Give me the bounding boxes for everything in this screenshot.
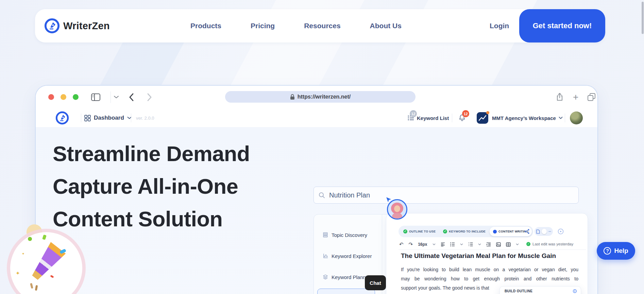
editor-steps: ✓ OUTLINE TO USE ✓ KEYWORD TO INCLUDE CO… <box>399 226 533 237</box>
popper-cone <box>27 242 66 284</box>
article-line: If you're looking to build lean muscle o… <box>401 267 578 274</box>
document-icon <box>536 229 540 234</box>
chat-tooltip: Chat <box>365 275 386 290</box>
topic-discovery-icon <box>323 232 328 238</box>
chevron-down-icon[interactable] <box>478 243 481 245</box>
keyword-list-label: Keyword List <box>417 115 449 121</box>
help-button[interactable]: ? Help <box>597 242 635 260</box>
document-toggle[interactable] <box>535 227 553 236</box>
sidebar-item-keyword-explorer[interactable]: Keyword Explorer <box>314 249 382 263</box>
confetti-star: ✦ <box>22 252 24 256</box>
active-dot-icon <box>493 230 497 234</box>
search-input[interactable] <box>328 191 534 200</box>
page-scrollbar[interactable] <box>642 2 644 34</box>
forward-arrow-icon[interactable] <box>147 93 152 102</box>
keyword-list-count-badge: 12 <box>410 110 417 117</box>
hero-title-line-1: Streamline Demand <box>53 141 250 166</box>
nav-links: Products Pricing Resources About Us <box>190 9 402 42</box>
step-keyword-to-include[interactable]: ✓ KEYWORD TO INCLUDE <box>440 227 489 236</box>
divider <box>131 114 131 122</box>
numbered-list-icon[interactable] <box>468 242 473 246</box>
question-mark-icon: ? <box>604 247 611 255</box>
align-icon[interactable] <box>441 242 445 246</box>
more-options-icon[interactable] <box>558 228 564 235</box>
workspace-menu[interactable]: MMT Agency’s Workspace <box>492 109 563 127</box>
hero-description: Every tool you need to rank in Google in… <box>53 291 309 294</box>
confetti-star: ✦ <box>16 270 20 276</box>
hero-title-line-2: Capture All-in-One <box>53 174 238 198</box>
chevron-down-icon[interactable] <box>460 243 463 245</box>
get-started-button[interactable]: Get started now! <box>519 9 605 42</box>
workspace-name: MMT Agency’s Workspace <box>492 115 556 121</box>
nav-link-products[interactable]: Products <box>190 22 221 30</box>
zoom-window-button[interactable] <box>73 94 79 100</box>
version-label: ver. 2.0.0 <box>136 109 154 127</box>
divider <box>565 114 565 122</box>
indent-icon[interactable] <box>486 242 491 246</box>
sidebar-toggle-icon[interactable] <box>91 93 100 101</box>
demo-search-bar[interactable] <box>313 187 579 204</box>
tab-overview-icon[interactable] <box>587 93 596 101</box>
step-outline-to-use[interactable]: ✓ OUTLINE TO USE <box>400 227 439 236</box>
chevron-down-icon[interactable] <box>433 243 436 245</box>
nav-link-about[interactable]: About Us <box>370 22 402 30</box>
browser-chrome: https://writerzen.net/ + <box>36 86 597 109</box>
image-icon[interactable] <box>496 242 501 247</box>
nav-link-pricing[interactable]: Pricing <box>251 22 275 30</box>
outline-title: BUILD OUTLINE <box>505 289 532 293</box>
redo-button[interactable]: ↷ <box>409 241 413 247</box>
article-title: The Ultimate Vegetarian Meal Plan for Mu… <box>401 252 556 260</box>
workspace-status-dot <box>486 111 489 114</box>
notification-count-badge: 12 <box>462 110 469 117</box>
toggle-knob <box>542 229 547 234</box>
back-arrow-icon[interactable] <box>129 93 134 102</box>
url-bar[interactable]: https://writerzen.net/ <box>225 91 416 103</box>
chevron-down-icon <box>559 117 563 119</box>
search-icon <box>319 192 325 198</box>
chevron-down-icon[interactable] <box>114 96 119 99</box>
nav-link-resources[interactable]: Resources <box>304 22 340 30</box>
sidebar-item-topic-discovery[interactable]: Topic Discovery <box>314 228 382 242</box>
keyword-planner-icon <box>323 274 328 280</box>
grid-icon <box>84 115 91 121</box>
url-text: https://writerzen.net/ <box>298 94 351 100</box>
minimize-window-button[interactable] <box>61 94 66 100</box>
dashboard-label: Dashboard <box>94 115 124 121</box>
confetti-piece <box>42 235 47 240</box>
popper-stick <box>30 283 33 289</box>
info-icon[interactable] <box>573 289 577 293</box>
share-nodes-icon[interactable] <box>524 229 530 234</box>
share-icon[interactable] <box>556 92 563 101</box>
divider <box>452 114 452 122</box>
dashboard-menu[interactable]: Dashboard <box>84 109 132 127</box>
login-link[interactable]: Login <box>490 9 509 42</box>
divider <box>81 114 81 122</box>
top-navbar: WriterZen Products Pricing Resources Abo… <box>35 9 605 42</box>
brand-logo[interactable]: WriterZen <box>44 9 110 42</box>
user-avatar[interactable] <box>570 111 583 124</box>
divider <box>111 91 111 103</box>
app-logo[interactable] <box>55 109 69 127</box>
confetti-piece <box>50 275 54 278</box>
editor-top-actions <box>524 226 564 237</box>
new-tab-icon[interactable]: + <box>573 92 578 103</box>
table-icon[interactable] <box>506 242 511 247</box>
check-icon: ✓ <box>443 229 447 234</box>
divider <box>399 249 586 250</box>
check-icon: ✓ <box>403 229 407 234</box>
article-line: may be wondering how to get enough prote… <box>401 276 578 283</box>
font-size-select[interactable]: 16px <box>418 242 427 247</box>
browser-window: https://writerzen.net/ + <box>35 85 598 294</box>
undo-button[interactable]: ↶ <box>399 241 404 247</box>
confetti-piece <box>28 237 32 241</box>
popper-stick <box>35 285 38 291</box>
app-header: Dashboard ver. 2.0.0 Keyword List <box>36 109 597 127</box>
close-window-button[interactable] <box>48 94 54 100</box>
app-body: Streamline Demand Capture All-in-One Con… <box>36 127 597 294</box>
writerzen-logo-icon <box>44 18 60 34</box>
editor-toolbar: ↶ ↷ 16px <box>399 241 519 247</box>
check-icon: ✓ <box>526 242 530 246</box>
bullet-list-icon[interactable] <box>450 242 455 246</box>
hero-title-line-3: Content Solution <box>53 207 222 231</box>
chevron-down-icon[interactable] <box>516 243 519 245</box>
